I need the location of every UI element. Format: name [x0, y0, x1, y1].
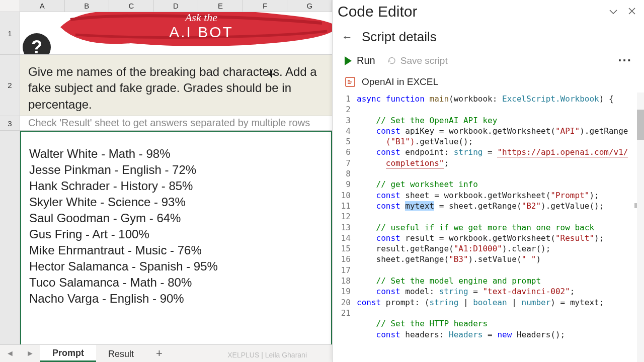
code-content[interactable]: async function main(workbook: ExcelScrip… — [357, 93, 644, 362]
brush-stroke-graphic: Ask the A.I BOT — [55, 12, 332, 52]
result-line: Walter White - Math - 98% — [29, 147, 323, 161]
row-headers: 1 2 3 — [0, 12, 20, 362]
sheet-tabs: ◄ ► Prompt Result + XELPLUS | Leila Ghar… — [0, 344, 332, 362]
result-line: Mike Ehrmantraut - Music - 76% — [29, 243, 323, 257]
col-header-a[interactable]: A — [20, 0, 65, 12]
question-mark-icon: ? — [23, 33, 51, 55]
footer-brand: XELPLUS | Leila Gharani — [227, 351, 307, 359]
code-editor-area[interactable]: 123456789101112131415161718192021 async … — [333, 93, 644, 362]
next-sheet-arrow[interactable]: ► — [20, 345, 40, 362]
tab-result[interactable]: Result — [96, 346, 146, 361]
text-cursor-icon: ✢ — [268, 69, 275, 80]
result-line: Hank Schrader - History - 85% — [29, 179, 323, 193]
select-all-corner[interactable] — [0, 0, 20, 12]
svg-text:A.I BOT: A.I BOT — [169, 24, 233, 40]
prompt-cell[interactable]: Give me names of the breaking bad charac… — [20, 55, 332, 116]
result-line: Skyler White - Science - 93% — [29, 195, 323, 209]
result-line: Hector Salamanca - Spanish - 95% — [29, 259, 323, 274]
row-header-3[interactable]: 3 — [0, 116, 20, 131]
col-header-b[interactable]: B — [65, 0, 110, 12]
prompt-text: Give me names of the breaking bad charac… — [28, 64, 324, 113]
hint-cell[interactable]: Check 'Result' sheet to get answers sepa… — [20, 116, 332, 131]
script-file-icon — [345, 76, 356, 87]
scrollbar-thumb[interactable] — [637, 110, 644, 140]
result-cell[interactable]: Walter White - Math - 98% Jesse Pinkman … — [20, 131, 332, 347]
more-options-button[interactable]: ··· — [618, 53, 632, 68]
scroll-marker — [634, 203, 637, 208]
close-icon[interactable] — [628, 7, 636, 15]
col-header-c[interactable]: C — [109, 0, 154, 12]
row-header-2[interactable]: 2 — [0, 55, 20, 116]
col-header-d[interactable]: D — [154, 0, 199, 12]
refresh-icon — [387, 56, 396, 65]
prev-sheet-arrow[interactable]: ◄ — [0, 345, 20, 362]
line-numbers: 123456789101112131415161718192021 — [333, 93, 357, 362]
result-line: Tuco Salamanca - Math - 80% — [29, 276, 323, 290]
add-sheet-button[interactable]: + — [146, 347, 173, 360]
scrollbar-track[interactable] — [637, 93, 644, 362]
svg-text:Ask the: Ask the — [184, 12, 217, 24]
col-header-f[interactable]: F — [243, 0, 288, 12]
run-button[interactable]: Run — [345, 55, 375, 66]
code-editor-panel: Code Editor ← Script details Run Save sc… — [332, 0, 644, 362]
col-header-g[interactable]: G — [287, 0, 332, 12]
back-arrow-icon[interactable]: ← — [342, 31, 353, 44]
script-details-title: Script details — [362, 29, 437, 45]
row-header-1[interactable]: 1 — [0, 12, 20, 55]
banner-cell[interactable]: Ask the A.I BOT ? — [20, 12, 332, 55]
result-line: Nacho Varga - English - 90% — [29, 292, 323, 306]
play-icon — [345, 56, 352, 65]
script-name[interactable]: OpenAI in EXCEL — [362, 76, 438, 87]
panel-title: Code Editor — [338, 3, 417, 20]
col-header-e[interactable]: E — [198, 0, 243, 12]
save-script-button[interactable]: Save script — [387, 55, 448, 66]
chevron-down-icon[interactable] — [609, 7, 618, 16]
result-line: Gus Fring - Art - 100% — [29, 227, 323, 241]
result-line: Saul Goodman - Gym - 64% — [29, 211, 323, 225]
tab-prompt[interactable]: Prompt — [40, 345, 96, 362]
row-header-rest[interactable] — [0, 131, 20, 347]
column-headers: A B C D E F G — [0, 0, 332, 12]
result-line: Jesse Pinkman - English - 72% — [29, 163, 323, 177]
